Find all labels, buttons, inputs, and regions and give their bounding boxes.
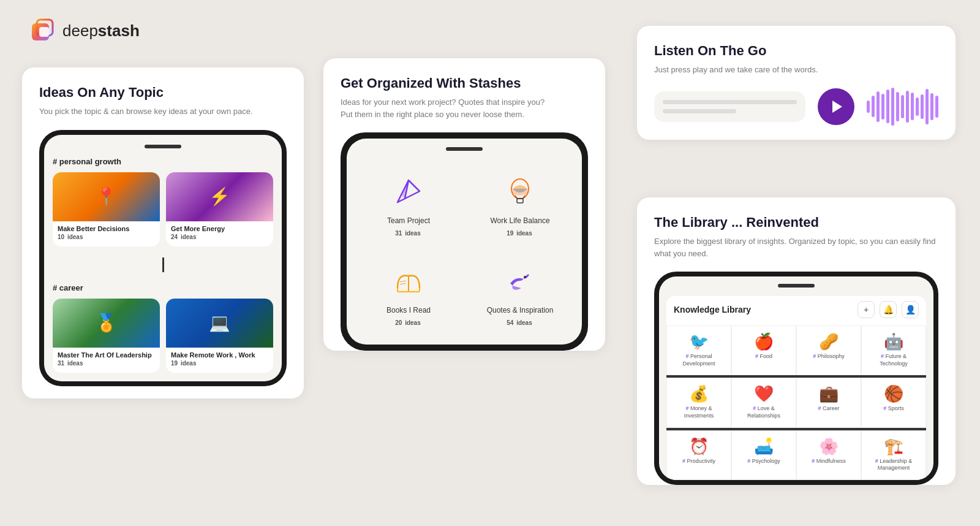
panel-listen: Listen On The Go Just press play and we …	[637, 26, 956, 140]
panel3-title: Listen On The Go	[654, 43, 938, 59]
lib-grid-row3: ⏰ # Productivity 🛋️ # Psychology 🌸 # Min…	[666, 430, 926, 480]
lib-header-icons: + 🔔 👤	[858, 301, 919, 318]
lib-cell-psychology[interactable]: 🛋️ # Psychology	[731, 430, 796, 480]
tag-career: # career	[53, 283, 273, 292]
tag-personal: # personal growth	[53, 157, 273, 166]
card-title-decisions: Make Better Decisions	[53, 221, 160, 234]
lib-profile-button[interactable]: 👤	[902, 301, 919, 318]
card-better-decisions[interactable]: 📍 Make Better Decisions 10 ideas	[53, 172, 160, 246]
lib-header: Knowledge Library + 🔔 👤	[666, 296, 926, 326]
waveform	[867, 88, 938, 125]
stash-title-quotes: Quotes & Inspiration	[487, 306, 554, 314]
stash-quotes[interactable]: Quotes & Inspiration 54 ideas	[468, 253, 572, 335]
lib-cell-future-tech[interactable]: 🤖 # Future & Technology	[861, 326, 926, 375]
panel3-subtitle: Just press play and we take care of the …	[654, 64, 938, 76]
stash-title-work: Work Life Balance	[490, 216, 549, 225]
lib-cell-money[interactable]: 💰 # Money & Investments	[666, 378, 731, 427]
lib-cell-career[interactable]: 💼 # Career	[796, 378, 861, 427]
card-more-energy[interactable]: ⚡ Get More Energy 24 ideas	[166, 172, 273, 246]
wave-bar	[867, 101, 870, 113]
stash-meta-books: 20 ideas	[395, 319, 421, 326]
lib-icon-mindfulness: 🌸	[819, 438, 839, 454]
logo-text: deepstash	[62, 21, 140, 40]
stash-meta-team: 31 ideas	[395, 230, 421, 237]
card-title-remote: Make Remote Work , Work	[166, 348, 273, 360]
panel-ideas: Ideas On Any Topic You pick the topic & …	[22, 67, 304, 398]
lib-icon-future-tech: 🤖	[884, 334, 903, 349]
stash-books[interactable]: Books I Read 20 ideas	[356, 253, 461, 335]
stash-team-project[interactable]: Team Project 31 ideas	[356, 163, 461, 245]
panel1-subtitle: You pick the topic & can browse key idea…	[39, 105, 287, 118]
lib-icon-leadership: 🏗️	[884, 438, 903, 454]
wave-bar	[925, 89, 929, 124]
lib-label-psychology: # Psychology	[747, 458, 780, 465]
lib-cell-food[interactable]: 🍎 # Food	[731, 326, 796, 375]
phone-mockup-1: # personal growth 📍 Make Better Decision…	[39, 130, 287, 386]
card-title-leadership: Master The Art Of Leadership	[53, 348, 160, 360]
notch-1	[145, 145, 181, 148]
svg-line-11	[400, 281, 406, 282]
audio-progress-area	[654, 91, 805, 122]
stash-title-books: Books I Read	[386, 306, 431, 314]
svg-line-12	[400, 283, 406, 284]
lib-cell-sports[interactable]: 🏀 # Sports	[861, 378, 926, 427]
phone-screen-1: # personal growth 📍 Make Better Decision…	[44, 135, 282, 381]
wave-bar	[891, 88, 894, 126]
wave-bar	[886, 90, 889, 123]
lib-grid-row2: 💰 # Money & Investments ❤️ # Love & Rela…	[666, 378, 926, 427]
lib-cell-productivity[interactable]: ⏰ # Productivity	[666, 430, 731, 480]
wave-bar	[876, 91, 880, 122]
panel-stashes: Get Organized With Stashes Ideas for you…	[323, 58, 605, 351]
wave-bar	[906, 91, 909, 123]
play-button[interactable]	[818, 88, 854, 125]
lib-icon-psychology: 🛋️	[754, 438, 774, 454]
wave-bar	[901, 95, 904, 118]
audio-player-area	[654, 88, 938, 125]
card-remote-work[interactable]: 💻 Make Remote Work , Work 19 ideas	[166, 299, 273, 373]
lib-cell-leadership[interactable]: 🏗️ # Leadership & Management	[861, 430, 926, 480]
lib-bell-button[interactable]: 🔔	[880, 301, 897, 318]
card-img-energy: ⚡	[166, 172, 273, 221]
card-img-leadership: 🏅	[53, 299, 160, 348]
wave-bar	[930, 93, 933, 120]
stash-work-life[interactable]: Work Life Balance 19 ideas	[468, 163, 572, 245]
card-meta-energy: 24 ideas	[166, 234, 273, 240]
big-notch-bar	[354, 147, 575, 151]
wave-bar	[881, 94, 884, 120]
panel-library: The Library ... Reinvented Explore the b…	[637, 197, 956, 485]
stash-icon-team	[393, 175, 424, 212]
deepstash-logo-icon	[29, 17, 56, 44]
lib-label-career: # Career	[818, 405, 839, 413]
wave-bar	[896, 92, 899, 121]
stash-meta-quotes: 54 ideas	[507, 319, 533, 326]
lib-cell-love[interactable]: ❤️ # Love & Relationships	[731, 378, 796, 427]
stash-title-team: Team Project	[387, 216, 430, 225]
lib-notch	[778, 284, 815, 288]
stash-icon-bird	[504, 265, 536, 301]
stash-grid: Team Project 31 ideas	[354, 161, 575, 337]
svg-rect-7	[517, 199, 523, 203]
lib-label-personal: # Personal Development	[672, 353, 726, 367]
progress-line-short	[663, 109, 736, 113]
lib-cell-philosophy[interactable]: 🥜 # Philosophy	[796, 326, 861, 375]
card-leadership[interactable]: 🏅 Master The Art Of Leadership 31 ideas	[53, 299, 160, 373]
lib-add-button[interactable]: +	[858, 301, 875, 318]
lib-icon-personal: 🐦	[689, 334, 709, 349]
big-phone-mockup: Team Project 31 ideas	[341, 132, 588, 351]
panel4-title: The Library ... Reinvented	[654, 215, 938, 231]
lib-cell-personal-dev[interactable]: 🐦 # Personal Development	[666, 326, 731, 375]
wave-bar	[921, 94, 924, 119]
panel2-title: Get Organized With Stashes	[341, 75, 588, 91]
lib-notch-bar	[666, 284, 926, 288]
card-title-energy: Get More Energy	[166, 221, 273, 234]
wave-bar	[916, 97, 919, 116]
panel2-subtitle: Ideas for your next work project? Quotes…	[341, 96, 588, 120]
card-img-remote: 💻	[166, 299, 273, 348]
stash-icon-balloon	[504, 175, 536, 212]
lib-cell-mindfulness[interactable]: 🌸 # Mindfulness	[796, 430, 861, 480]
lib-label-money: # Money & Investments	[672, 405, 726, 419]
play-icon	[832, 101, 842, 113]
stash-meta-work: 19 ideas	[507, 230, 533, 237]
wave-bar	[911, 93, 914, 120]
wave-bar	[935, 96, 938, 118]
